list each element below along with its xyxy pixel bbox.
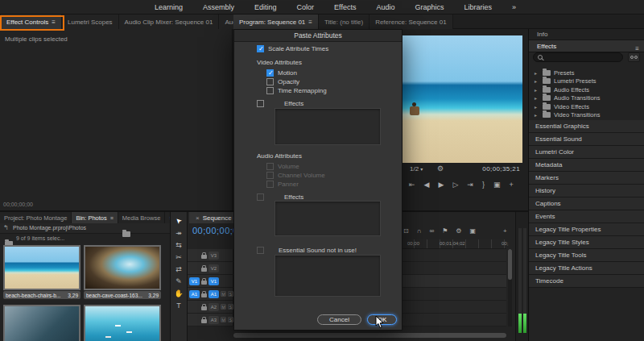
panel-tab-legacy-title-styles[interactable]: Legacy Title Styles	[529, 236, 644, 249]
audio-effects-list[interactable]	[275, 201, 381, 236]
timeline-horizontal-scrollbar[interactable]	[233, 333, 506, 338]
mute-button[interactable]: M	[221, 304, 226, 310]
lock-icon[interactable]	[201, 293, 207, 297]
selection-tool-icon[interactable]: ➤	[174, 216, 184, 226]
motion-checkbox[interactable]	[266, 69, 274, 77]
tab-lumetri-scopes[interactable]: Lumetri Scopes	[62, 15, 119, 29]
track-target-v3[interactable]: V3	[208, 252, 219, 260]
workspace-tab-libraries[interactable]: Libraries	[464, 3, 493, 11]
workspace-tab-color[interactable]: Color	[297, 3, 315, 11]
project-item-rocks[interactable]	[3, 305, 80, 341]
export-frame-icon[interactable]: ▣	[470, 227, 477, 235]
panel-tab-legacy-title-properties[interactable]: Legacy Title Properties	[529, 223, 644, 236]
zoom-level-dropdown[interactable]: 1/2 ▾	[410, 165, 423, 173]
step-back-icon[interactable]: ◀	[424, 181, 430, 189]
thumbnail-beach-cave[interactable]	[84, 245, 161, 290]
tree-item-video-effects[interactable]: ▸Video Effects	[529, 102, 644, 111]
lock-icon[interactable]	[201, 319, 207, 323]
panel-tab-metadata[interactable]: Metadata	[529, 159, 644, 172]
source-patch-a1[interactable]: A1	[189, 290, 200, 298]
tree-item-presets[interactable]: ▸Presets	[529, 69, 644, 77]
button-editor-plus-icon[interactable]: +	[503, 227, 507, 235]
workspace-overflow-icon[interactable]: »	[512, 3, 516, 11]
video-effects-list[interactable]	[275, 108, 381, 145]
opacity-checkbox[interactable]	[266, 78, 274, 85]
track-select-tool-icon[interactable]: ↠	[175, 229, 182, 237]
project-item-beach-chairs[interactable]: beach-beach-chairs-b... 3,29	[3, 245, 80, 299]
workspace-tab-graphics[interactable]: Graphics	[415, 3, 444, 11]
project-item-beach-cave[interactable]: beach-cave-coast-163... 3,29	[84, 245, 161, 299]
project-item-boats[interactable]	[84, 305, 161, 341]
go-to-out-icon[interactable]: ⇥	[467, 181, 473, 189]
button-editor-plus-icon[interactable]: +	[509, 181, 513, 189]
scrollbar-thumb[interactable]	[233, 333, 506, 338]
panel-tab-essential-graphics[interactable]: Essential Graphics	[529, 120, 644, 133]
workspace-tab-assembly[interactable]: Assembly	[203, 3, 234, 11]
essential-sound-list[interactable]	[275, 255, 381, 297]
type-tool-icon[interactable]: T	[176, 301, 181, 310]
workspace-tab-editing[interactable]: Editing	[254, 3, 277, 11]
tab-info[interactable]: Info	[529, 29, 644, 40]
tab-reference-monitor[interactable]: Reference: Sequence 01	[369, 15, 453, 29]
cancel-button[interactable]: Cancel	[317, 314, 361, 325]
mark-out-icon[interactable]: }	[482, 181, 485, 189]
solo-button[interactable]: S	[228, 317, 233, 322]
timeline-vertical-scrollbar[interactable]	[508, 249, 512, 326]
monitor-settings-wrench-icon[interactable]: ⚙	[437, 164, 444, 173]
tab-media-browser[interactable]: Media Browse	[118, 212, 166, 223]
lock-icon[interactable]	[201, 268, 207, 272]
panel-tab-essential-sound[interactable]: Essential Sound	[529, 133, 644, 146]
source-patch-v1[interactable]: V1	[189, 277, 200, 285]
solo-button[interactable]: S	[228, 304, 233, 310]
step-forward-icon[interactable]: ▷	[452, 181, 458, 189]
panel-tab-events[interactable]: Events	[529, 210, 644, 223]
track-target-v1[interactable]: V1	[208, 277, 219, 285]
tree-item-lumetri-presets[interactable]: ▸Lumetri Presets	[529, 77, 644, 86]
workspace-tab-effects[interactable]: Effects	[334, 3, 356, 11]
close-tab-icon[interactable]: ×	[196, 214, 200, 222]
scrollbar-thumb[interactable]	[508, 249, 512, 280]
panel-tab-legacy-title-actions[interactable]: Legacy Title Actions	[529, 262, 644, 275]
timeline-settings-wrench-icon[interactable]: ⚙	[456, 227, 461, 235]
project-tab-overflow-icon[interactable]: »	[165, 214, 171, 222]
snap-icon[interactable]: ∩	[417, 227, 422, 235]
nest-sequence-icon[interactable]: ⊡	[403, 227, 409, 235]
tab-audio-clip-mixer[interactable]: Audio Clip Mixer: Sequence 01	[119, 15, 220, 29]
thumbnail-rocks[interactable]	[3, 305, 80, 341]
tab-program-monitor[interactable]: Program: Sequence 01 ≡	[233, 15, 319, 29]
panel-tab-captions[interactable]: Captions	[529, 198, 644, 210]
panel-menu-icon[interactable]: ≡	[110, 215, 114, 221]
mute-button[interactable]: M	[221, 317, 226, 322]
panel-tab-legacy-title-tools[interactable]: Legacy Title Tools	[529, 249, 644, 262]
navigate-up-icon[interactable]: ↰	[3, 224, 9, 231]
lock-icon[interactable]	[201, 255, 207, 259]
workspace-tab-audio[interactable]: Audio	[376, 3, 394, 11]
play-icon[interactable]: ▶	[438, 181, 444, 189]
thumbnail-beach-chairs[interactable]	[3, 245, 80, 290]
effect-controls-timecode[interactable]: 00;00;00;00	[3, 202, 33, 207]
pen-tool-icon[interactable]: ✎	[175, 277, 182, 285]
track-target-v2[interactable]: V2	[208, 264, 219, 272]
monitor-duration-timecode[interactable]: 00;00;35;21	[482, 165, 520, 173]
time-remapping-checkbox[interactable]	[266, 87, 274, 94]
panel-menu-icon[interactable]: ≡	[308, 19, 312, 26]
thumbnail-boats[interactable]	[84, 305, 161, 341]
video-effects-checkbox[interactable]	[257, 100, 264, 107]
find-binoculars-icon[interactable]	[628, 52, 640, 62]
tree-item-audio-transitions[interactable]: ▸Audio Transitions	[529, 94, 644, 103]
effects-search-input[interactable]	[533, 52, 623, 62]
export-frame-icon[interactable]: ▣	[493, 181, 501, 189]
solo-button[interactable]: S	[228, 291, 233, 297]
panel-tab-timecode[interactable]: Timecode	[529, 275, 644, 288]
tab-bin-photos[interactable]: Bin: Photos ≡	[72, 212, 118, 223]
mute-button[interactable]: M	[221, 291, 226, 297]
lock-icon[interactable]	[201, 281, 207, 285]
razor-tool-icon[interactable]: ✂	[175, 253, 182, 261]
lock-icon[interactable]	[201, 306, 207, 310]
go-to-in-icon[interactable]: ⇤	[409, 181, 415, 189]
hand-tool-icon[interactable]: ✋	[174, 289, 183, 297]
tab-effects[interactable]: Effects ≡	[529, 40, 644, 52]
linked-selection-icon[interactable]: ∞	[429, 227, 434, 235]
scale-attribute-times-checkbox[interactable]	[257, 45, 264, 52]
slip-tool-icon[interactable]: ⇄	[175, 265, 182, 273]
